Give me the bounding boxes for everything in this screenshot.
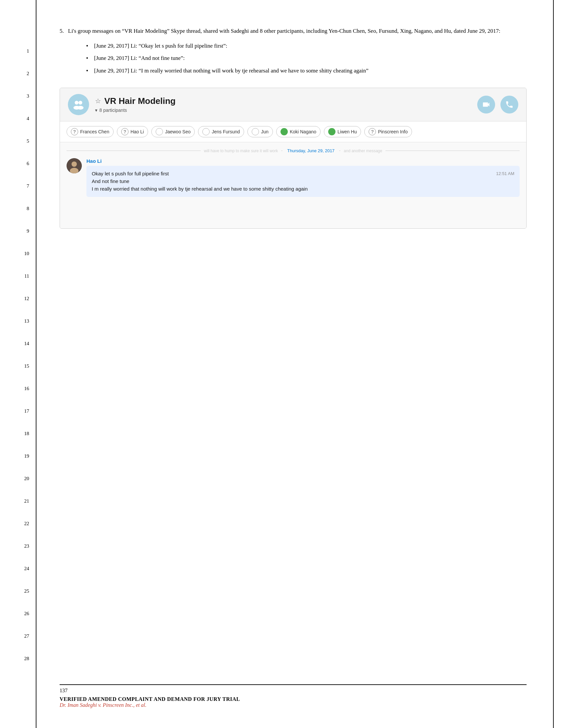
message-line-2: And not fine tune — [92, 177, 514, 185]
line-23: 23 — [0, 535, 36, 557]
line-1: 1 — [0, 40, 36, 62]
line-12: 12 — [0, 287, 36, 310]
participant-avatar-liwen-hu — [328, 128, 336, 135]
sender-avatar — [67, 158, 82, 173]
participant-avatar-hao-li: ? — [121, 128, 128, 135]
avatar-image — [67, 158, 82, 173]
page: 1 2 3 4 5 6 7 8 9 10 11 12 13 14 15 16 1… — [0, 0, 563, 728]
participant-chip-liwen-hu[interactable]: Liwen Hu — [324, 126, 361, 137]
line-3: 3 — [0, 85, 36, 107]
line-27: 27 — [0, 625, 36, 647]
item-text: Li's group messages on “VR Hair Modeling… — [68, 28, 500, 34]
line-19: 19 — [0, 445, 36, 467]
participant-chip-jun[interactable]: Jun — [247, 126, 273, 137]
participant-avatar-jun — [252, 128, 259, 135]
message-line-1: Okay let s push for full pipeline first — [92, 170, 514, 177]
participant-avatar-frances-chen: ? — [71, 128, 78, 135]
message-line-3: I m really worried that nothing will wor… — [92, 185, 514, 193]
bullet-list: [June 29, 2017] Li: “Okay let s push for… — [86, 41, 527, 78]
participant-name-frances-chen: Frances Chen — [80, 129, 109, 134]
content-area: 5. Li's group messages on “VR Hair Model… — [36, 0, 553, 728]
participant-chip-hao-li[interactable]: ? Hao Li — [117, 126, 148, 137]
participant-name-pinscreen-info: Pinscreen Info — [378, 129, 408, 134]
message-row: Hao Li 12:51 AM Okay let s push for full… — [67, 158, 520, 197]
message-content: Hao Li 12:51 AM Okay let s push for full… — [86, 158, 520, 197]
line-18: 18 — [0, 422, 36, 445]
participant-name-koki-nagano: Koki Nagano — [290, 129, 316, 134]
message-time: 12:51 AM — [496, 170, 514, 177]
svg-point-5 — [71, 161, 77, 167]
list-item: [June 29, 2017] Li: “I m really worried … — [86, 66, 527, 75]
group-icon — [68, 94, 89, 115]
line-28: 28 — [0, 647, 36, 670]
date-left-text: will have to hump to make sure it will w… — [201, 149, 281, 153]
footer-subtitle: Dr. Iman Sadeghi v. Pinscreen Inc., et a… — [60, 702, 527, 708]
item-paragraph: 5. Li's group messages on “VR Hair Model… — [60, 26, 527, 35]
line-numbers: 1 2 3 4 5 6 7 8 9 10 11 12 13 14 15 16 1… — [0, 0, 36, 728]
participants-count: 8 participants — [99, 108, 127, 113]
video-call-button[interactable] — [477, 96, 495, 114]
participant-name-jens-fursund: Jens Fursund — [211, 129, 240, 134]
participant-chip-frances-chen[interactable]: ? Frances Chen — [67, 126, 114, 137]
skype-chat-window: ☆ VR Hair Modeling ▾ 8 participants — [60, 88, 527, 229]
star-icon: ☆ — [95, 97, 101, 105]
content-spacer — [60, 235, 527, 682]
group-name: VR Hair Modeling — [104, 96, 175, 106]
line-8: 8 — [0, 197, 36, 220]
date-separator: will have to hump to make sure it will w… — [67, 148, 520, 154]
svg-point-0 — [75, 101, 78, 104]
participant-chip-pinscreen-info[interactable]: ? Pinscreen Info — [364, 126, 412, 137]
line-11: 11 — [0, 265, 36, 287]
phone-call-button[interactable] — [500, 96, 518, 114]
line-14: 14 — [0, 332, 36, 355]
header-text: ☆ VR Hair Modeling ▾ 8 participants — [95, 96, 477, 113]
message-bubble: 12:51 AM Okay let s push for full pipeli… — [86, 166, 520, 197]
page-footer: 137 VERIFIED AMENDED COMPLAINT AND DEMAN… — [60, 684, 527, 708]
line-4: 4 — [0, 107, 36, 130]
participant-avatar-pinscreen-info: ? — [369, 128, 376, 135]
date-right-text: and another message — [341, 149, 386, 153]
footer-title: VERIFIED AMENDED COMPLAINT AND DEMAND FO… — [60, 696, 527, 702]
participant-avatar-jaewoo-seo — [156, 128, 163, 135]
line-6: 6 — [0, 152, 36, 175]
participant-name-hao-li: Hao Li — [130, 129, 144, 134]
participant-name-jun: Jun — [261, 129, 268, 134]
svg-point-1 — [78, 101, 82, 104]
group-people-icon — [72, 98, 85, 111]
line-9: 9 — [0, 220, 36, 242]
sender-name: Hao Li — [86, 158, 520, 164]
line-17: 17 — [0, 400, 36, 422]
phone-icon — [505, 100, 514, 109]
chevron-down-icon: ▾ — [95, 108, 97, 113]
header-title-row: ☆ VR Hair Modeling — [95, 96, 477, 106]
participants-bar: ? Frances Chen ? Hao Li Jaewoo Seo Jens … — [60, 121, 526, 142]
participants-row: ▾ 8 participants — [95, 108, 477, 113]
participant-chip-jaewoo-seo[interactable]: Jaewoo Seo — [151, 126, 195, 137]
line-21: 21 — [0, 490, 36, 512]
header-buttons — [477, 96, 518, 114]
line-7: 7 — [0, 175, 36, 197]
participant-name-jaewoo-seo: Jaewoo Seo — [165, 129, 190, 134]
line-26: 26 — [0, 602, 36, 625]
participant-chip-koki-nagano[interactable]: Koki Nagano — [276, 126, 321, 137]
list-item: [June 29, 2017] Li: “And not fine tune”: — [86, 54, 527, 63]
date-label: Thursday, June 29, 2017 — [283, 148, 339, 153]
line-5: 5 — [0, 130, 36, 152]
participant-chip-jens-fursund[interactable]: Jens Fursund — [198, 126, 244, 137]
line-25: 25 — [0, 580, 36, 602]
chat-area: will have to hump to make sure it will w… — [60, 142, 526, 228]
svg-point-3 — [77, 106, 83, 110]
line-20: 20 — [0, 467, 36, 490]
line-15: 15 — [0, 355, 36, 377]
line-16: 16 — [0, 377, 36, 400]
line-13: 13 — [0, 310, 36, 332]
list-item: [June 29, 2017] Li: “Okay let s push for… — [86, 41, 527, 50]
page-number: 137 — [60, 688, 527, 694]
participant-name-liwen-hu: Liwen Hu — [338, 129, 357, 134]
line-24: 24 — [0, 557, 36, 580]
line-22: 22 — [0, 512, 36, 535]
participant-avatar-jens-fursund — [202, 128, 210, 135]
line-10: 10 — [0, 242, 36, 265]
right-border — [553, 0, 563, 728]
skype-header: ☆ VR Hair Modeling ▾ 8 participants — [60, 88, 526, 121]
